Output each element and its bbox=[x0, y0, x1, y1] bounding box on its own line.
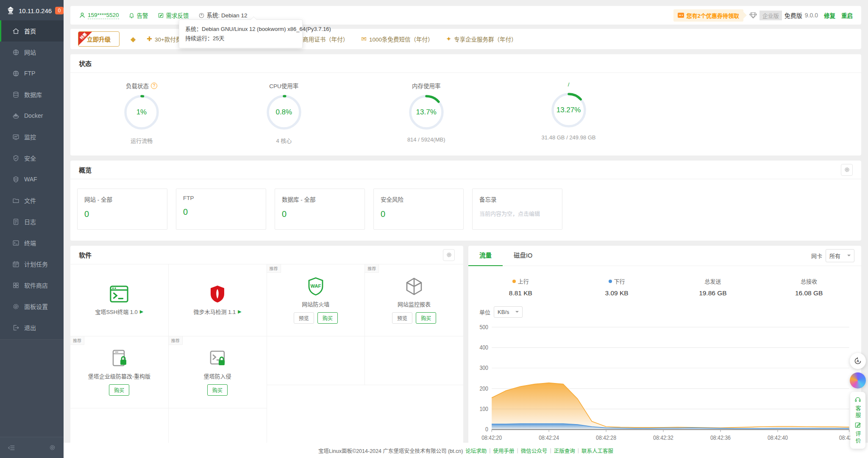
tooltip-os-line: 系统：Debian GNU/Linux 12 (bookworm) x86_64… bbox=[185, 25, 296, 34]
feature-free-sms[interactable]: ✉1000条免费短信（年付） bbox=[361, 35, 433, 43]
footer-link-forum[interactable]: 论坛求助 bbox=[465, 447, 487, 455]
sidebar-item-security[interactable]: 安全 bbox=[0, 147, 64, 169]
sidebar-item-files[interactable]: 文件 bbox=[0, 190, 64, 211]
intrusion-buy-button[interactable]: 购买 bbox=[207, 384, 228, 396]
overview-card-ftp[interactable]: FTP0 bbox=[176, 189, 266, 230]
database-icon bbox=[12, 91, 19, 98]
coupon-banner[interactable]: 您有2个优惠券待领取 bbox=[673, 9, 743, 22]
software-monitor-report[interactable]: 推荐 网站监控报表 预览 购买 bbox=[365, 264, 463, 336]
sidebar-item-terminal[interactable]: 终端 bbox=[0, 232, 64, 253]
waf-shield-icon: WAF bbox=[307, 277, 324, 296]
sidebar-settings-icon[interactable] bbox=[49, 444, 56, 451]
sidebar-item-logs[interactable]: 日志 bbox=[0, 211, 64, 232]
os-icon bbox=[198, 12, 205, 19]
settings-gear-icon bbox=[12, 303, 19, 310]
footer-link-support[interactable]: 联系人工客服 bbox=[581, 447, 613, 455]
panel-version: 9.0.0 bbox=[805, 12, 818, 19]
sidebar-item-ftp[interactable]: FTP bbox=[0, 63, 64, 84]
netcard-label: 网卡 bbox=[811, 252, 822, 260]
software-waf[interactable]: 推荐 WAF 网站防火墙 预览 购买 bbox=[267, 264, 365, 336]
review-button[interactable]: 评价 bbox=[854, 431, 862, 444]
memo-placeholder: 当前内容为空，点击编辑 bbox=[479, 209, 555, 217]
overview-card-databases[interactable]: 数据库 - 全部0 bbox=[275, 189, 365, 230]
repair-button[interactable]: 修复 bbox=[824, 11, 835, 19]
sidebar-item-docker[interactable]: Docker bbox=[0, 105, 64, 126]
waf-icon bbox=[12, 176, 19, 183]
netcard-select[interactable]: 所有 bbox=[826, 249, 854, 262]
server-ip[interactable]: 10.11.0.246 bbox=[19, 7, 52, 14]
overview-cards: 网站 - 全部0 FTP0 数据库 - 全部0 安全风险0 备忘录当前内容为空，… bbox=[70, 179, 861, 241]
svg-text:100: 100 bbox=[479, 405, 488, 412]
overview-settings-button[interactable] bbox=[841, 164, 853, 176]
gauge-load: 负载状态? 1% 运行流畅 bbox=[70, 81, 213, 144]
user-account-link[interactable]: 159****5520 bbox=[79, 12, 119, 19]
status-title: 状态 bbox=[70, 54, 861, 73]
play-icon[interactable]: ▶ bbox=[238, 309, 241, 314]
sidebar-item-monitor[interactable]: 监控 bbox=[0, 126, 64, 147]
recommend-tag: 推荐 bbox=[70, 336, 84, 345]
recommend-tag: 推荐 bbox=[365, 264, 379, 273]
alert-bell-icon bbox=[128, 12, 135, 19]
report-buy-button[interactable]: 购买 bbox=[416, 312, 436, 324]
files-icon bbox=[12, 197, 19, 204]
edition-diamond-icon bbox=[749, 12, 757, 19]
stat-total-sent: 总发送 19.86 GB bbox=[665, 277, 761, 297]
software-title: 软件 bbox=[79, 250, 92, 259]
feedback-edit-icon bbox=[158, 12, 164, 19]
software-grid: 宝塔SSH终端 1.0▶ 微步木马检测 1.1▶ 推荐 WAF 网站防火墙 预览 bbox=[70, 264, 463, 457]
message-count-badge[interactable]: 0 bbox=[55, 7, 64, 14]
svg-text:08:42:36: 08:42:36 bbox=[710, 434, 731, 441]
sidebar-item-website[interactable]: 网站 bbox=[0, 42, 64, 63]
feature-service-group[interactable]: ✦专享企业服务群（年付） bbox=[446, 35, 517, 43]
system-info-link[interactable]: 系统: Debian 12 bbox=[198, 11, 248, 20]
software-intrusion-prevention[interactable]: 推荐 堡塔防入侵 购买 bbox=[169, 336, 267, 408]
sidebar-item-panel-settings[interactable]: 面板设置 bbox=[0, 296, 64, 317]
play-icon[interactable]: ▶ bbox=[140, 309, 143, 314]
tamper-buy-button[interactable]: 购买 bbox=[109, 384, 129, 396]
tab-disk-io[interactable]: 磁盘IO bbox=[503, 246, 543, 266]
svg-text:08:42:28: 08:42:28 bbox=[596, 434, 616, 441]
trojan-scan-icon bbox=[209, 285, 226, 303]
restart-button[interactable]: 重启 bbox=[841, 11, 853, 19]
sidebar-item-logout[interactable]: 退出 bbox=[0, 317, 64, 338]
tab-traffic[interactable]: 流量 bbox=[468, 246, 503, 266]
sidebar-item-waf[interactable]: WAF bbox=[0, 169, 64, 190]
system-tooltip: 系统：Debian GNU/Linux 12 (bookworm) x86_64… bbox=[179, 19, 303, 48]
footer-link-wechat[interactable]: 微信公众号 bbox=[521, 447, 548, 455]
upgrade-now-button[interactable]: 特惠 立即升级 bbox=[78, 31, 120, 47]
waf-preview-button[interactable]: 预览 bbox=[294, 312, 314, 324]
software-trojan-scan[interactable]: 微步木马检测 1.1▶ bbox=[169, 264, 267, 336]
stat-upstream: 上行 8.81 KB bbox=[473, 277, 569, 297]
load-help-icon[interactable]: ? bbox=[151, 83, 157, 89]
waf-buy-button[interactable]: 购买 bbox=[317, 312, 338, 324]
sidebar-item-appstore[interactable]: 软件商店 bbox=[0, 275, 64, 296]
alert-link[interactable]: 告警 bbox=[128, 11, 148, 19]
svg-text:WAF: WAF bbox=[310, 283, 321, 289]
ai-assistant-button[interactable] bbox=[850, 372, 866, 389]
sidebar-item-home[interactable]: 首页 bbox=[0, 20, 64, 42]
unit-select[interactable]: KB/s bbox=[494, 306, 523, 318]
stat-downstream: 下行 3.09 KB bbox=[569, 277, 665, 297]
memo-card[interactable]: 备忘录当前内容为空，点击编辑 bbox=[472, 189, 562, 230]
collapse-sidebar-icon[interactable] bbox=[8, 444, 15, 452]
footer-link-manual[interactable]: 使用手册 bbox=[493, 447, 515, 455]
overview-card-security-risks[interactable]: 安全风险0 bbox=[373, 189, 464, 230]
translate-button[interactable]: A bbox=[850, 353, 866, 369]
gauge-root-disk: / 13.27% 31.48 GB / 249.98 GB bbox=[498, 81, 640, 144]
sidebar-item-database[interactable]: 数据库 bbox=[0, 84, 64, 105]
edition-free-label: 免费版 bbox=[785, 11, 802, 19]
footer-link-license[interactable]: 正版查询 bbox=[554, 447, 575, 455]
feedback-link[interactable]: 需求反馈 bbox=[158, 11, 189, 19]
overview-card-sites[interactable]: 网站 - 全部0 bbox=[77, 189, 167, 230]
main-content: 159****5520 告警 需求反馈 系统: Debian 12 您有2个优惠… bbox=[64, 0, 868, 458]
logs-icon bbox=[12, 218, 19, 225]
software-ssh-terminal[interactable]: 宝塔SSH终端 1.0▶ bbox=[70, 264, 169, 336]
tamper-proof-icon bbox=[110, 349, 128, 368]
customer-service-button[interactable]: 客服 bbox=[854, 405, 862, 419]
stat-total-received: 总接收 16.08 GB bbox=[761, 277, 857, 297]
report-preview-button[interactable]: 预览 bbox=[392, 312, 412, 324]
software-tamper-proof[interactable]: 推荐 堡塔企业级防篡改-重构版 购买 bbox=[70, 336, 169, 408]
software-settings-button[interactable] bbox=[443, 249, 455, 261]
sidebar-item-cron[interactable]: 计划任务 bbox=[0, 253, 64, 275]
software-empty-cell bbox=[365, 336, 463, 385]
